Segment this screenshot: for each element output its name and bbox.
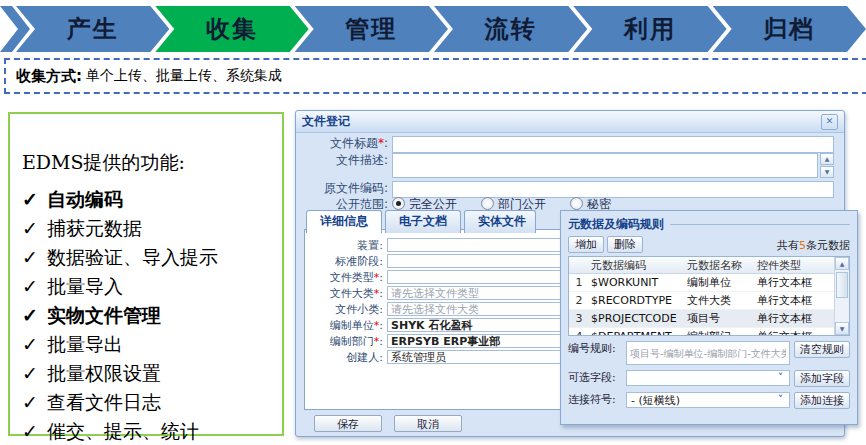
dialog-titlebar: 文件登记 ✕ <box>296 111 844 133</box>
radio-label: 秘密 <box>587 197 611 211</box>
feature-label: 批量导出 <box>47 330 123 359</box>
device-input[interactable] <box>387 238 565 252</box>
banner-label: 收集方式: <box>16 67 82 86</box>
flow-step-use: 利用 <box>573 6 726 52</box>
chevron-down-icon: ˅ <box>774 394 787 407</box>
flow-step-label: 管理 <box>345 13 397 45</box>
header-type: 控件类型 <box>757 258 834 273</box>
file-category-input[interactable] <box>387 286 565 300</box>
close-icon[interactable]: ✕ <box>821 114 838 130</box>
cell-type: 单行文本框 <box>757 329 834 336</box>
feature-item: ✓自动编码 <box>22 185 282 214</box>
cancel-button[interactable]: 取消 <box>394 415 462 432</box>
save-button[interactable]: 保存 <box>314 415 382 432</box>
standard-phase-input[interactable] <box>387 254 565 268</box>
cell-code: $PROJECTCODE <box>589 312 687 325</box>
chevron-down-icon: ˅ <box>774 372 787 385</box>
features-box: EDMS提供的功能: ✓自动编码 ✓捕获元数据 ✓数据验证、导入提示 ✓批量导入… <box>8 112 284 436</box>
cell-type: 单行文本框 <box>757 293 834 308</box>
radio-label: 部门公开 <box>498 197 546 211</box>
work-unit-label: 编制单位*: <box>305 319 387 332</box>
flow-step-archive: 归档 <box>713 6 866 52</box>
features-title: EDMS提供的功能: <box>22 150 282 176</box>
cell-name: 编制部门 <box>687 329 757 336</box>
table-header-row: 元数据编码 元数据名称 控件类型 <box>569 257 834 274</box>
file-type-input[interactable] <box>387 270 565 284</box>
flow-step-label: 流转 <box>485 13 537 45</box>
cell-name: 编制单位 <box>687 275 757 290</box>
flow-step-manage: 管理 <box>295 6 448 52</box>
delete-button[interactable]: 删除 <box>607 236 643 253</box>
check-icon: ✓ <box>22 272 38 301</box>
table-row[interactable]: 4 $DEPARTMENT 编制部门 单行文本框 <box>569 328 834 336</box>
cell-code: $WORKUNIT <box>589 276 687 289</box>
radio-icon <box>481 197 494 210</box>
file-description-input[interactable] <box>392 153 818 178</box>
feature-label: 捕获元数据 <box>47 214 142 243</box>
check-icon: ✓ <box>22 243 38 272</box>
feature-item: ✓捕获元数据 <box>22 214 282 243</box>
table-scrollbar[interactable]: ▲ ▼ <box>834 257 849 335</box>
radio-selected-icon <box>392 197 405 210</box>
scroll-down-icon[interactable]: ▼ <box>820 166 834 178</box>
numbering-rule-row: 编号规则: 清空规则 <box>568 341 850 365</box>
feature-item: ✓数据验证、导入提示 <box>22 243 282 272</box>
check-icon: ✓ <box>22 330 38 359</box>
check-icon: ✓ <box>22 185 38 214</box>
scroll-up-icon[interactable]: ▲ <box>835 257 849 270</box>
feature-item: ✓催交、提示、统计 <box>22 417 282 445</box>
clear-rule-button[interactable]: 清空规则 <box>794 341 850 358</box>
connector-value: - (短横线) <box>631 393 774 408</box>
flow-step-collect: 收集 <box>155 6 308 52</box>
flow-step-label: 收集 <box>206 13 258 45</box>
feature-label: 催交、提示、统计 <box>47 417 199 445</box>
file-subcategory-input[interactable] <box>387 302 565 316</box>
feature-label: 自动编码 <box>47 185 123 214</box>
title-rule-line <box>670 224 850 225</box>
add-field-button[interactable]: 添加字段 <box>794 370 850 387</box>
tab-physical-file[interactable]: 实体文件 <box>464 210 536 233</box>
scroll-thumb[interactable] <box>836 272 848 298</box>
dialog-title: 文件登记 <box>302 113 350 130</box>
feature-item: ✓批量导入 <box>22 272 282 301</box>
connector-select[interactable]: - (短横线) ˅ <box>626 392 790 408</box>
optional-field-row: 可选字段: ˅ 添加字段 <box>568 370 850 387</box>
add-button[interactable]: 增加 <box>568 236 604 253</box>
feature-label: 批量权限设置 <box>47 359 161 388</box>
cell-index: 3 <box>569 312 589 325</box>
department-input[interactable] <box>387 334 565 348</box>
radio-icon <box>570 197 583 210</box>
numbering-rule-input[interactable] <box>626 341 790 365</box>
panel-title-row: 元数据及编码规则 <box>568 216 850 233</box>
tab-detail-info[interactable]: 详细信息 <box>306 210 382 233</box>
file-title-input[interactable] <box>392 136 834 153</box>
tab-electronic-file[interactable]: 电子文档 <box>385 210 461 233</box>
add-connector-button[interactable]: 添加连接 <box>794 392 850 409</box>
file-title-row: 文件标题*: <box>304 136 834 153</box>
table-row[interactable]: 3 $PROJECTCODE 项目号 单行文本框 <box>569 310 834 328</box>
scroll-down-icon[interactable]: ▼ <box>835 322 849 335</box>
flow-step-produce: 产生 <box>16 6 169 52</box>
device-label: 装置: <box>305 239 387 252</box>
cell-index: 4 <box>569 330 589 336</box>
file-description-label: 文件描述: <box>304 153 392 168</box>
original-code-input[interactable] <box>392 181 834 198</box>
connector-label: 连接符号: <box>568 392 626 408</box>
metadata-table: 元数据编码 元数据名称 控件类型 1 $WORKUNIT 编制单位 单行文本框 … <box>568 256 850 336</box>
creator-input[interactable] <box>387 350 565 364</box>
check-icon: ✓ <box>22 417 38 445</box>
header-name: 元数据名称 <box>687 258 757 273</box>
table-row[interactable]: 1 $WORKUNIT 编制单位 单行文本框 <box>569 274 834 292</box>
creator-label: 创建人: <box>305 351 387 364</box>
optional-field-select[interactable]: ˅ <box>626 370 790 386</box>
work-unit-input[interactable] <box>387 318 565 332</box>
standard-phase-label: 标准阶段: <box>305 255 387 268</box>
cell-code: $RECORDTYPE <box>589 294 687 307</box>
check-icon: ✓ <box>22 388 38 417</box>
cell-name: 文件大类 <box>687 293 757 308</box>
table-row[interactable]: 2 $RECORDTYPE 文件大类 单行文本框 <box>569 292 834 310</box>
scroll-up-icon[interactable]: ▲ <box>820 153 834 165</box>
file-subcategory-label: 文件小类: <box>305 303 387 316</box>
cell-type: 单行文本框 <box>757 311 834 326</box>
feature-label: 实物文件管理 <box>47 301 161 330</box>
